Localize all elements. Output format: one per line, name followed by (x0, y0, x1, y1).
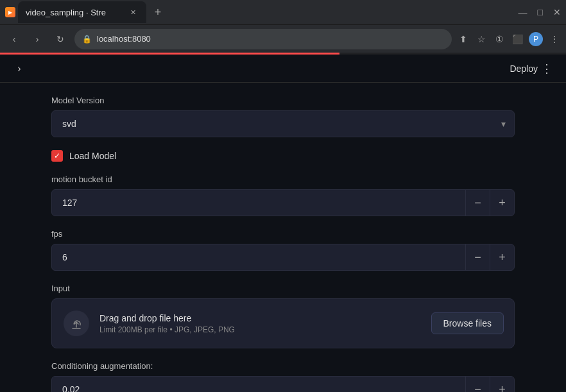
maximize-button[interactable]: □ (538, 7, 543, 17)
motion-bucket-field: − + (51, 189, 515, 216)
nav-bar: ‹ › ↻ 🔒 localhost:8080 ⬆ ☆ ① ⬛ P ⋮ (0, 24, 566, 53)
upload-text-group: Drag and drop file here Limit 200MB per … (99, 313, 422, 334)
tab-title: video_sampling · Stre (26, 8, 106, 17)
motion-bucket-increment-button[interactable]: + (490, 189, 514, 216)
fps-decrement-button[interactable]: − (465, 244, 490, 271)
model-version-select[interactable]: svd svd_xt svd_image_decoder (51, 110, 515, 137)
model-version-group: Model Version svd svd_xt svd_image_decod… (51, 96, 515, 137)
fps-label: fps (51, 229, 515, 239)
load-model-checkbox[interactable]: ✓ (51, 150, 63, 162)
check-icon: ✓ (54, 151, 60, 160)
main-content: Model Version svd svd_xt svd_image_decod… (0, 83, 566, 392)
conditioning-section: Conditioning augmentation: − + (51, 361, 515, 392)
browser-chrome: ▶ video_sampling · Stre ✕ + — □ ✕ ‹ › ↻ … (0, 0, 566, 55)
fps-field: − + (51, 244, 515, 271)
motion-bucket-input[interactable] (52, 198, 465, 208)
more-options-button[interactable]: ⋮ (538, 60, 556, 78)
bookmark-icon[interactable]: ☆ (475, 33, 488, 46)
upload-cloud-icon (62, 309, 90, 337)
tab-favicon: ▶ (5, 7, 15, 17)
window-controls: — □ ✕ (519, 7, 561, 17)
deploy-button[interactable]: Deploy (510, 64, 538, 74)
browse-files-button[interactable]: Browse files (431, 312, 504, 334)
minimize-button[interactable]: — (519, 7, 527, 17)
refresh-button[interactable]: ↻ (51, 30, 69, 48)
motion-bucket-group: motion bucket id − + (51, 175, 515, 216)
nav-icons: ⬆ ☆ ① ⬛ P ⋮ (457, 32, 561, 46)
password-icon[interactable]: ① (493, 33, 506, 46)
app-header: › Deploy ⋮ (0, 55, 566, 83)
conditioning-decrement-button[interactable]: − (465, 376, 490, 392)
upload-area[interactable]: Drag and drop file here Limit 200MB per … (51, 298, 515, 348)
motion-bucket-label: motion bucket id (51, 175, 515, 184)
conditioning-label: Conditioning augmentation: (51, 361, 515, 371)
load-model-row: ✓ Load Model (51, 150, 515, 162)
conditioning-increment-button[interactable]: + (490, 376, 514, 392)
back-button[interactable]: ‹ (5, 30, 23, 48)
model-version-select-wrapper: svd svd_xt svd_image_decoder ▾ (51, 110, 515, 137)
lock-icon: 🔒 (82, 35, 92, 44)
browser-menu-icon[interactable]: ⋮ (548, 33, 561, 46)
conditioning-field: − + (51, 376, 515, 392)
address-bar[interactable]: 🔒 localhost:8080 (74, 29, 452, 49)
active-tab[interactable]: video_sampling · Stre ✕ (18, 1, 146, 23)
load-model-label: Load Model (69, 151, 116, 161)
fps-group: fps − + (51, 229, 515, 271)
profile-icon[interactable]: P (529, 32, 543, 46)
fps-increment-button[interactable]: + (490, 244, 514, 271)
address-text: localhost:8080 (97, 34, 151, 44)
fps-input[interactable] (52, 252, 465, 262)
model-version-label: Model Version (51, 96, 515, 105)
sidebar-toggle-button[interactable]: › (10, 60, 28, 78)
new-tab-button[interactable]: + (149, 3, 167, 21)
input-label: Input (51, 284, 515, 293)
tab-bar: ▶ video_sampling · Stre ✕ + — □ ✕ (0, 0, 566, 24)
forward-button[interactable]: › (28, 30, 46, 48)
tab-close-button[interactable]: ✕ (127, 6, 139, 18)
input-group: Input Drag and drop file here Limit 200M… (51, 284, 515, 348)
upload-main-text: Drag and drop file here (99, 313, 422, 323)
conditioning-input[interactable] (52, 384, 465, 392)
share-icon[interactable]: ⬆ (457, 33, 470, 46)
close-button[interactable]: ✕ (553, 7, 561, 17)
motion-bucket-decrement-button[interactable]: − (465, 189, 490, 216)
upload-sub-text: Limit 200MB per file • JPG, JPEG, PNG (99, 325, 422, 334)
extensions-icon[interactable]: ⬛ (511, 33, 524, 46)
